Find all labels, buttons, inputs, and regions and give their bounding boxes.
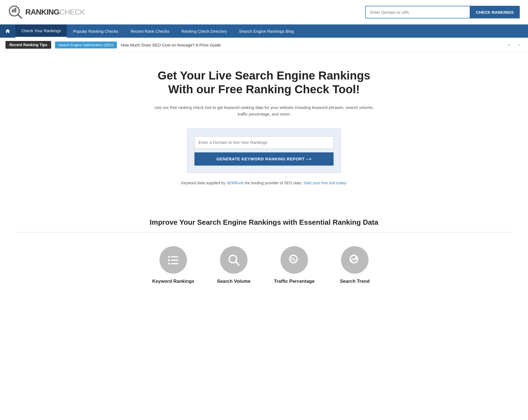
tips-category-tag[interactable]: Search Engine Optimization (SEO) [55,42,117,48]
svg-rect-2 [12,10,13,12]
logo-text: RANKINGCHECK [25,8,85,17]
tips-bar: Recent Ranking Tips Search Engine Optimi… [0,38,528,52]
svg-rect-6 [171,256,178,257]
features-grid: Keyword Rankings Search Volume % Traffic… [16,246,512,284]
features-title: Improve Your Search Engine Rankings with… [16,218,512,227]
search-trend-label: Search Trend [340,279,370,284]
nav-item-popular[interactable]: Popular Ranking Checks [67,25,124,37]
header-search-area: CHECK RANKINGS [365,6,520,18]
svg-line-1 [18,15,21,18]
keyword-rankings-icon-circle [160,246,187,274]
free-trial-link[interactable]: Start your free trial today! [304,181,347,185]
search-volume-icon-circle [220,246,248,274]
site-header: RANKINGCHECK CHECK RANKINGS [0,0,528,24]
tips-next-button[interactable]: → [515,42,522,48]
svg-text:%: % [291,256,296,262]
trend-icon [348,253,362,267]
svg-rect-5 [168,256,170,257]
logo-icon [8,5,23,19]
logo: RANKINGCHECK [8,5,85,19]
svg-rect-9 [168,263,170,264]
nav-home-button[interactable] [0,24,15,38]
hero-title: Get Your Live Search Engine Rankings Wit… [154,69,374,97]
attribution-text: Keyword data supplied by SEMRush the lea… [8,181,520,185]
percent-icon: % [287,253,301,267]
nav-item-recent[interactable]: Recent Rank Checks [125,25,175,37]
main-nav: Check Your Rankings Popular Ranking Chec… [0,24,528,38]
traffic-percentage-icon-circle: % [280,246,308,274]
hero-section: Get Your Live Search Engine Rankings Wit… [0,52,528,213]
search-volume-label: Search Volume [217,279,251,284]
hero-description: Use our free ranking check tool to get k… [151,104,377,117]
feature-search-trend: Search Trend [333,246,377,284]
header-domain-input[interactable] [365,6,470,18]
feature-keyword-rankings: Keyword Rankings [151,246,195,284]
list-icon [166,253,180,267]
svg-line-12 [236,262,239,265]
feature-traffic-percentage: % Traffic Percentage [272,246,316,284]
nav-item-directory[interactable]: Ranking Check Directory [175,25,233,37]
semrush-link[interactable]: SEMRush [226,181,244,185]
keyword-rankings-label: Keyword Rankings [152,279,194,284]
svg-rect-3 [13,9,15,12]
tips-article-title[interactable]: How Much Does SEO Cost on Average? A Pri… [121,43,502,47]
main-domain-input[interactable] [194,136,334,149]
search-trend-icon-circle [341,246,369,274]
search-icon [227,253,241,267]
feature-search-volume: Search Volume [212,246,256,284]
home-icon [5,28,10,34]
header-check-button[interactable]: CHECK RANKINGS [470,6,520,18]
nav-item-check-rankings[interactable]: Check Your Rankings [15,24,67,38]
svg-rect-7 [168,259,170,261]
features-section: Improve Your Search Engine Rankings with… [0,213,528,301]
main-search-box: GENERATE KEYWORD RANKING REPORT --> [187,128,341,173]
nav-item-blog[interactable]: Search Engine Rankings Blog [233,25,300,37]
svg-rect-10 [171,263,178,264]
svg-rect-8 [171,260,178,261]
traffic-percentage-label: Traffic Percentage [274,279,314,284]
tips-label: Recent Ranking Tips [6,41,51,49]
features-divider [16,232,512,232]
generate-report-button[interactable]: GENERATE KEYWORD RANKING REPORT --> [194,152,334,166]
tips-arrows: ← → [505,42,522,48]
svg-rect-4 [15,8,16,12]
tips-prev-button[interactable]: ← [505,42,513,48]
